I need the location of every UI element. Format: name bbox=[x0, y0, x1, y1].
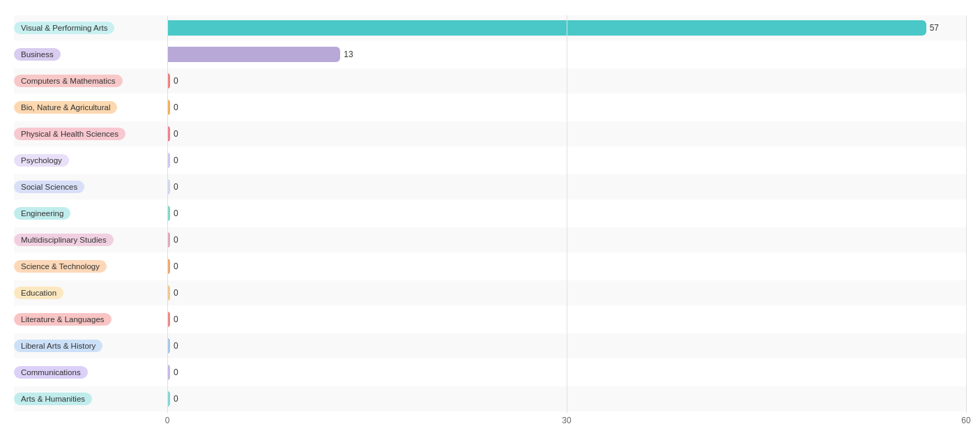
bar-track: 0 bbox=[167, 232, 966, 248]
x-axis: 03060 bbox=[167, 416, 966, 430]
bar-label-pill: Liberal Arts & History bbox=[14, 340, 102, 352]
bar-fill bbox=[167, 153, 170, 168]
bar-track: 0 bbox=[167, 153, 966, 168]
bar-row: Science & Technology0 bbox=[14, 254, 966, 279]
bar-row: Social Sciences0 bbox=[14, 174, 966, 199]
bar-fill bbox=[167, 20, 926, 36]
bar-track: 0 bbox=[167, 285, 966, 301]
bar-track: 0 bbox=[167, 259, 966, 274]
bar-label: Engineering bbox=[14, 201, 167, 226]
bar-label-pill: Communications bbox=[14, 366, 88, 379]
bar-value: 0 bbox=[174, 367, 178, 377]
bar-label-pill: Visual & Performing Arts bbox=[14, 22, 114, 34]
bar-row: Visual & Performing Arts57 bbox=[14, 15, 966, 40]
bar-fill bbox=[167, 365, 170, 380]
bar-label: Multidisciplinary Studies bbox=[14, 227, 167, 252]
bar-label: Literature & Languages bbox=[14, 307, 167, 332]
bar-value: 0 bbox=[174, 235, 178, 245]
bar-label: Physical & Health Sciences bbox=[14, 121, 167, 146]
bar-row: Business13 bbox=[14, 42, 966, 67]
bar-track: 0 bbox=[167, 73, 966, 89]
bar-track: 0 bbox=[167, 391, 966, 407]
bar-label-pill: Bio, Nature & Agricultural bbox=[14, 101, 117, 114]
bar-label: Computers & Mathematics bbox=[14, 68, 167, 93]
bar-label-pill: Psychology bbox=[14, 154, 69, 167]
bar-label-pill: Science & Technology bbox=[14, 260, 107, 273]
bar-value: 0 bbox=[174, 341, 178, 351]
bar-value: 0 bbox=[174, 394, 178, 404]
bar-track: 13 bbox=[167, 47, 966, 62]
bar-fill bbox=[167, 126, 170, 142]
bar-value: 13 bbox=[344, 50, 353, 59]
bar-row: Computers & Mathematics0 bbox=[14, 68, 966, 93]
chart-container: Visual & Performing Arts57Business13Comp… bbox=[14, 7, 966, 430]
bar-label-pill: Multidisciplinary Studies bbox=[14, 234, 114, 246]
x-axis-tick: 30 bbox=[562, 416, 571, 425]
bar-fill bbox=[167, 47, 340, 62]
bar-value: 0 bbox=[174, 182, 178, 192]
bar-fill bbox=[167, 73, 170, 89]
bar-label-pill: Social Sciences bbox=[14, 181, 84, 193]
bar-label-pill: Physical & Health Sciences bbox=[14, 128, 125, 140]
bar-fill bbox=[167, 179, 170, 195]
bar-fill bbox=[167, 338, 170, 354]
bar-track: 0 bbox=[167, 179, 966, 195]
bar-value: 0 bbox=[174, 208, 178, 218]
bar-row: Education0 bbox=[14, 280, 966, 305]
bar-row: Engineering0 bbox=[14, 201, 966, 226]
bar-value: 0 bbox=[174, 103, 178, 112]
bar-value: 57 bbox=[930, 23, 939, 33]
x-axis-tick: 60 bbox=[961, 416, 970, 425]
bar-fill bbox=[167, 312, 170, 327]
bar-label: Psychology bbox=[14, 148, 167, 173]
bar-track: 0 bbox=[167, 206, 966, 221]
bar-row: Physical & Health Sciences0 bbox=[14, 121, 966, 146]
bar-row: Psychology0 bbox=[14, 148, 966, 173]
bar-label-pill: Engineering bbox=[14, 207, 70, 220]
grid-line bbox=[966, 15, 967, 413]
bar-label: Communications bbox=[14, 360, 167, 385]
bar-value: 0 bbox=[174, 314, 178, 324]
bar-row: Bio, Nature & Agricultural0 bbox=[14, 95, 966, 120]
bar-track: 0 bbox=[167, 100, 966, 115]
bar-value: 0 bbox=[174, 261, 178, 271]
bar-label: Science & Technology bbox=[14, 254, 167, 279]
bar-track: 57 bbox=[167, 20, 966, 36]
bar-label: Education bbox=[14, 280, 167, 305]
bar-label: Bio, Nature & Agricultural bbox=[14, 95, 167, 120]
bar-fill bbox=[167, 100, 170, 115]
bar-fill bbox=[167, 285, 170, 301]
bar-label-pill: Literature & Languages bbox=[14, 313, 112, 326]
bar-label: Arts & Humanities bbox=[14, 386, 167, 411]
bar-track: 0 bbox=[167, 365, 966, 380]
bar-label: Social Sciences bbox=[14, 174, 167, 199]
bar-row: Communications0 bbox=[14, 360, 966, 385]
bar-row: Multidisciplinary Studies0 bbox=[14, 227, 966, 252]
x-axis-tick: 0 bbox=[165, 416, 170, 425]
bar-label: Liberal Arts & History bbox=[14, 333, 167, 358]
chart-rows-wrapper: Visual & Performing Arts57Business13Comp… bbox=[14, 15, 966, 413]
bar-value: 0 bbox=[174, 288, 178, 298]
bar-fill bbox=[167, 232, 170, 248]
bar-value: 0 bbox=[174, 129, 178, 139]
bar-row: Literature & Languages0 bbox=[14, 307, 966, 332]
bar-fill bbox=[167, 259, 170, 274]
bar-fill bbox=[167, 391, 170, 407]
bar-label-pill: Business bbox=[14, 48, 61, 61]
bar-value: 0 bbox=[174, 76, 178, 86]
bar-label-pill: Arts & Humanities bbox=[14, 393, 92, 405]
bar-label: Visual & Performing Arts bbox=[14, 15, 167, 40]
bar-row: Arts & Humanities0 bbox=[14, 386, 966, 411]
bar-row: Liberal Arts & History0 bbox=[14, 333, 966, 358]
chart-body: Visual & Performing Arts57Business13Comp… bbox=[14, 15, 966, 430]
bar-value: 0 bbox=[174, 155, 178, 165]
bar-label: Business bbox=[14, 42, 167, 67]
bar-label-pill: Computers & Mathematics bbox=[14, 75, 123, 87]
bar-track: 0 bbox=[167, 312, 966, 327]
bar-fill bbox=[167, 206, 170, 221]
bar-track: 0 bbox=[167, 126, 966, 142]
bar-track: 0 bbox=[167, 338, 966, 354]
bar-label-pill: Education bbox=[14, 287, 63, 299]
